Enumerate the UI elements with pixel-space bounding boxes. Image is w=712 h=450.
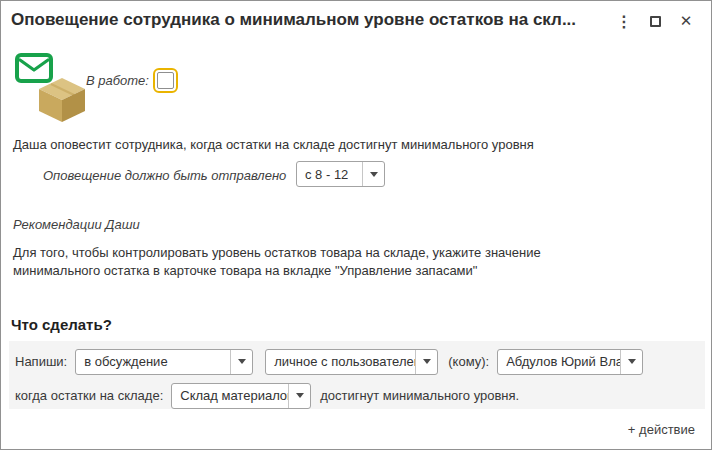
window-title: Оповещение сотрудника о минимальном уров… [11, 10, 576, 30]
chevron-down-icon[interactable] [415, 350, 437, 374]
action-row-condition: когда остатки на складе: Склад материало… [15, 382, 699, 409]
condition-suffix-text: достигнут минимального уровня. [320, 388, 519, 403]
notification-settings-window: Оповещение сотрудника о минимальном уров… [0, 0, 712, 450]
channel-select-value: в обсуждение [76, 350, 230, 374]
what-to-do-heading: Что сделать? [11, 316, 112, 333]
schedule-select[interactable]: с 8 - 12 [296, 161, 385, 187]
titlebar: Оповещение сотрудника о минимальном уров… [1, 1, 711, 45]
action-row-write: Напиши: в обсуждение личное с пользовате… [15, 348, 699, 375]
in-work-checkbox[interactable] [157, 72, 174, 89]
to-whom-label: (кому): [448, 354, 489, 369]
chevron-down-icon[interactable] [362, 162, 384, 186]
chevron-down-icon[interactable] [288, 384, 310, 408]
warehouse-select-value: Склад материалов [172, 384, 288, 408]
recipient-select-value: Абдулов Юрий Владимирович [498, 350, 620, 374]
window-menu-button[interactable]: ⋮ [611, 9, 637, 33]
action-panel: Напиши: в обсуждение личное с пользовате… [9, 341, 705, 409]
write-label: Напиши: [15, 354, 67, 369]
warehouse-select[interactable]: Склад материалов [171, 383, 311, 409]
box-icon [37, 77, 87, 126]
schedule-select-value: с 8 - 12 [297, 162, 362, 186]
chevron-down-icon[interactable] [620, 350, 642, 374]
close-icon: ✕ [680, 12, 693, 30]
channel-select[interactable]: в обсуждение [75, 349, 253, 375]
maximize-icon [650, 16, 661, 27]
recommendations-title: Рекомендации Даши [13, 217, 140, 232]
recommendations-text: Для того, чтобы контролировать уровень о… [13, 244, 558, 280]
message-type-select[interactable]: личное с пользователем [265, 349, 438, 375]
close-button[interactable]: ✕ [673, 9, 699, 33]
schedule-label: Оповещение должно быть отправлено [43, 168, 286, 183]
maximize-button[interactable] [642, 9, 668, 33]
chevron-down-icon[interactable] [230, 350, 252, 374]
kebab-menu-icon: ⋮ [616, 12, 632, 31]
window-controls: ⋮ ✕ [606, 9, 699, 33]
in-work-label: В работе: [86, 73, 149, 88]
intro-text: Даша оповестит сотрудника, когда остатки… [13, 137, 534, 152]
add-action-link[interactable]: + действие [628, 422, 695, 437]
message-type-select-value: личное с пользователем [266, 350, 415, 374]
warehouse-condition-label: когда остатки на складе: [15, 388, 163, 403]
recipient-select[interactable]: Абдулов Юрий Владимирович [497, 349, 643, 375]
